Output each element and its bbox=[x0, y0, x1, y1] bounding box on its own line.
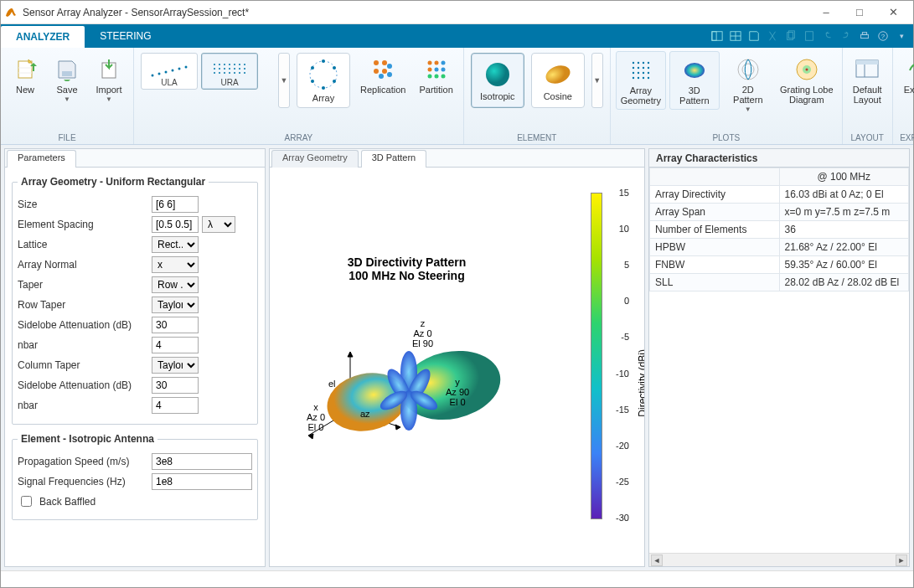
sla-input[interactable] bbox=[152, 317, 199, 333]
partition-button[interactable]: Partition bbox=[414, 51, 457, 98]
tab-array-geometry[interactable]: Array Geometry bbox=[271, 150, 359, 168]
nbar2-input[interactable] bbox=[152, 397, 199, 414]
svg-point-52 bbox=[382, 69, 387, 74]
svg-point-84 bbox=[738, 59, 758, 80]
qat-overflow-icon[interactable]: ▾ bbox=[893, 28, 910, 44]
taper-select[interactable]: Row ... bbox=[152, 276, 199, 293]
qat-help-icon[interactable]: ? bbox=[875, 28, 891, 44]
sla2-input[interactable] bbox=[152, 377, 199, 394]
lattice-label: Lattice bbox=[18, 239, 152, 250]
ribbon-group-array: ULA URA ▼ bbox=[134, 48, 464, 144]
svg-point-72 bbox=[638, 67, 639, 69]
sla-label: Sidelobe Attenuation (dB) bbox=[18, 319, 152, 331]
qat-cut-icon[interactable] bbox=[764, 28, 781, 44]
tab-analyzer[interactable]: ANALYZER bbox=[1, 26, 85, 48]
svg-point-82 bbox=[648, 77, 649, 79]
spacing-unit-select[interactable]: λ bbox=[202, 216, 235, 233]
qat-paste-icon[interactable] bbox=[801, 28, 818, 44]
array-custom-icon bbox=[307, 58, 340, 91]
svg-point-77 bbox=[643, 72, 644, 74]
plot-grating-lobe-button[interactable]: Grating Lobe Diagram bbox=[777, 51, 837, 108]
minimize-button[interactable]: – bbox=[809, 2, 843, 23]
spacing-input[interactable] bbox=[152, 216, 199, 233]
isotropic-icon bbox=[483, 59, 513, 90]
default-layout-button[interactable]: Default Layout bbox=[848, 51, 887, 108]
array-gallery[interactable]: ULA URA bbox=[139, 51, 273, 91]
scroll-left-button[interactable]: ◄ bbox=[651, 554, 663, 566]
char-value: x=0 m y=7.5 m z=7.5 m bbox=[779, 204, 909, 221]
back-baffled-checkbox[interactable] bbox=[21, 496, 32, 507]
spacing-label: Element Spacing bbox=[18, 219, 152, 230]
plot-3d-pattern-button[interactable]: 3D Pattern bbox=[669, 51, 720, 110]
horizontal-scrollbar[interactable]: ◄ ► bbox=[649, 553, 909, 566]
array-gallery-expand[interactable]: ▼ bbox=[278, 53, 290, 108]
export-button[interactable]: Export ▼ bbox=[898, 51, 914, 106]
svg-point-49 bbox=[374, 60, 379, 65]
svg-point-78 bbox=[648, 72, 649, 74]
save-button[interactable]: Save ▼ bbox=[48, 51, 86, 106]
svg-point-29 bbox=[219, 68, 220, 70]
size-input[interactable] bbox=[152, 196, 199, 213]
import-button[interactable]: Import ▼ bbox=[90, 51, 128, 106]
qat-copy-icon[interactable] bbox=[782, 28, 799, 44]
qat-print-icon[interactable] bbox=[856, 28, 873, 44]
char-key: Array Directivity bbox=[650, 186, 780, 204]
ribbon-group-layout: Default Layout LAYOUT bbox=[843, 48, 893, 144]
parameters-tab[interactable]: Parameters bbox=[7, 150, 76, 168]
array-custom-button[interactable]: Array bbox=[297, 53, 350, 108]
element-gallery-expand[interactable]: ▼ bbox=[591, 53, 603, 108]
svg-point-83 bbox=[684, 63, 705, 78]
element-cosine[interactable]: Cosine bbox=[531, 53, 585, 108]
nbar-input[interactable] bbox=[152, 337, 199, 353]
table-row: Number of Elements36 bbox=[650, 221, 909, 239]
sigfreq-input[interactable] bbox=[152, 473, 252, 490]
svg-point-23 bbox=[224, 64, 225, 65]
taper-label: Taper bbox=[18, 279, 152, 291]
qat-grid-icon[interactable] bbox=[727, 28, 744, 44]
array-option-ura[interactable]: URA bbox=[201, 53, 258, 90]
titlebar: Sensor Array Analyzer - SensorArraySessi… bbox=[1, 1, 913, 24]
element-fieldset: Element - Isotropic Antenna Propagation … bbox=[12, 433, 258, 520]
app-logo-icon bbox=[4, 6, 18, 19]
col-taper-label: Column Taper bbox=[18, 359, 152, 371]
new-button[interactable]: New bbox=[6, 51, 44, 98]
svg-point-73 bbox=[643, 67, 644, 69]
axis-x-label: xAz 0El 0 bbox=[307, 402, 325, 432]
qat-redo-icon[interactable] bbox=[838, 28, 855, 44]
svg-rect-9 bbox=[862, 33, 866, 35]
svg-point-50 bbox=[382, 60, 387, 65]
array-geometry-legend: Array Geometry - Uniform Rectangular bbox=[18, 176, 209, 188]
plot-array-geometry-button[interactable]: Array Geometry bbox=[616, 51, 666, 110]
svg-text:?: ? bbox=[881, 33, 886, 40]
normal-select[interactable]: x bbox=[152, 256, 199, 273]
propspeed-input[interactable] bbox=[152, 453, 252, 470]
tab-3d-pattern[interactable]: 3D Pattern bbox=[361, 150, 427, 168]
plot-3d-canvas[interactable]: 3D Directivity Pattern 100 MHz No Steeri… bbox=[270, 168, 644, 566]
replication-button[interactable]: Replication bbox=[355, 51, 411, 98]
qat-layout-icon[interactable] bbox=[709, 28, 726, 44]
svg-point-45 bbox=[333, 80, 336, 83]
replication-icon bbox=[371, 58, 395, 81]
row-taper-select[interactable]: Taylor bbox=[152, 297, 199, 313]
maximize-button[interactable]: □ bbox=[843, 2, 876, 23]
lattice-select[interactable]: Rect... bbox=[152, 236, 199, 253]
chevron-down-icon: ▼ bbox=[106, 95, 112, 103]
svg-point-88 bbox=[805, 69, 808, 71]
plot-body[interactable]: 3D Directivity Pattern 100 MHz No Steeri… bbox=[270, 168, 644, 566]
svg-point-58 bbox=[441, 61, 445, 65]
svg-point-39 bbox=[234, 72, 235, 74]
char-key: Number of Elements bbox=[650, 221, 780, 239]
scroll-right-button[interactable]: ► bbox=[896, 554, 907, 566]
svg-point-46 bbox=[322, 86, 325, 90]
array-option-ula[interactable]: ULA bbox=[141, 53, 198, 90]
tab-steering[interactable]: STEERING bbox=[85, 24, 166, 48]
partition-icon bbox=[425, 58, 448, 81]
qat-undo-icon[interactable] bbox=[819, 28, 836, 44]
qat-save-icon[interactable] bbox=[746, 28, 762, 44]
col-taper-select[interactable]: Taylor bbox=[152, 357, 199, 374]
close-button[interactable]: ✕ bbox=[876, 2, 910, 23]
plot-2d-pattern-button[interactable]: 2D Pattern ▼ bbox=[723, 51, 773, 116]
ribbon-group-plots: Array Geometry 3D Pattern 2D Pattern ▼ G… bbox=[611, 48, 843, 144]
table-row: Array Spanx=0 m y=7.5 m z=7.5 m bbox=[650, 204, 909, 221]
element-isotropic[interactable]: Isotropic bbox=[471, 53, 524, 108]
